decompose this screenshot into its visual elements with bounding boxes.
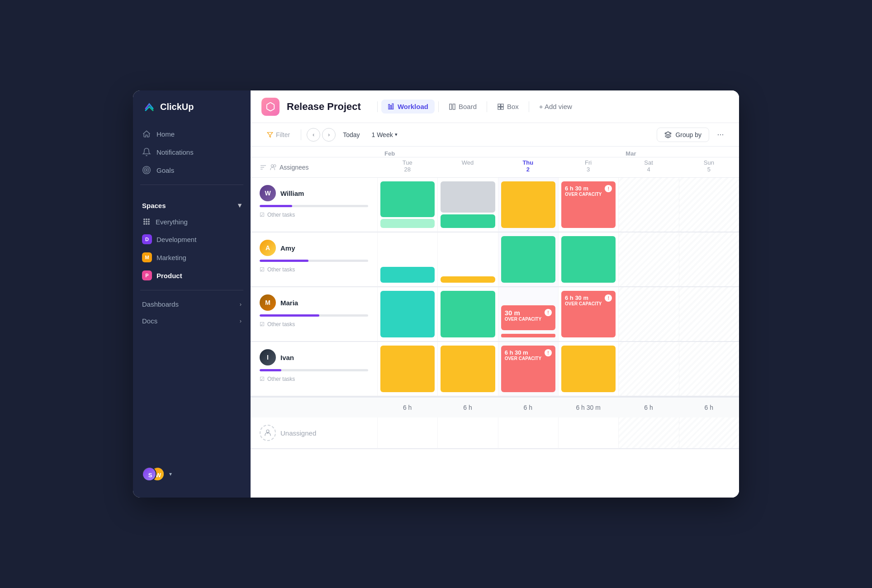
today-button[interactable]: Today [337, 128, 365, 141]
maria-other-tasks[interactable]: ☑ Other tasks [260, 321, 368, 334]
sidebar-item-marketing[interactable]: M Marketing [137, 248, 247, 266]
next-button[interactable]: › [322, 128, 336, 142]
assignees-month-cell [251, 147, 377, 157]
ivan-task-fri[interactable] [561, 346, 616, 392]
footer-cell-4: 6 h 30 m [558, 397, 618, 417]
maria-cell-tue [377, 287, 437, 341]
sidebar-nav: Home Notifications Goals [133, 125, 251, 179]
sidebar-item-everything[interactable]: Everything [137, 213, 247, 230]
warning-icon-maria: ! [545, 309, 552, 316]
month-cell-feb: Feb [377, 147, 437, 157]
tab-divider-3 [487, 101, 487, 112]
maria-task-thu[interactable]: 30 m OVER CAPACITY ! [501, 305, 555, 330]
day-cell-wed: Wed [437, 157, 498, 177]
bell-icon [142, 147, 151, 156]
unassigned-cell-tue [377, 417, 437, 449]
tab-box[interactable]: Box [491, 100, 525, 114]
svg-point-9 [143, 223, 145, 225]
user-avatars[interactable]: S W [142, 467, 166, 481]
svg-point-6 [143, 221, 145, 223]
prev-button[interactable]: ‹ [307, 128, 320, 142]
maria-task-wed[interactable] [441, 291, 495, 337]
william-task-wed-1[interactable] [441, 181, 495, 213]
sidebar-item-notifications[interactable]: Notifications [137, 143, 247, 161]
ivan-task-thu[interactable]: 6 h 30 m OVER CAPACITY ! [501, 346, 555, 392]
sidebar-item-development[interactable]: D Development [137, 230, 247, 248]
william-task-fri[interactable]: 6 h 30 m OVER CAPACITY ! [561, 181, 616, 228]
target-icon [142, 166, 151, 175]
unassigned-cell-thu [498, 417, 558, 449]
sidebar-item-goals[interactable]: Goals [137, 161, 247, 179]
svg-point-0 [143, 166, 151, 174]
main-header: Release Project Workload Board [251, 90, 739, 123]
amy-task-thu[interactable] [501, 236, 555, 283]
william-task-tue-1[interactable] [380, 181, 435, 217]
chevron-down-icon: ▾ [395, 132, 398, 138]
tab-divider-2 [438, 101, 439, 112]
maria-task-fri[interactable]: 6 h 30 m OVER CAPACITY ! [561, 291, 616, 337]
more-options-button[interactable]: ··· [713, 127, 728, 142]
svg-rect-14 [392, 104, 393, 109]
dashboards-chevron-icon: › [240, 301, 242, 308]
unassigned-cell-sat [618, 417, 678, 449]
month-cell-fri [558, 147, 618, 157]
logo-text: ClickUp [160, 102, 194, 112]
day-cell-fri: Fri 3 [558, 157, 618, 177]
ivan-cell-sun [679, 342, 739, 396]
sidebar-item-product[interactable]: P Product [137, 266, 247, 285]
development-badge: D [142, 234, 152, 244]
amy-other-tasks[interactable]: ☑ Other tasks [260, 266, 368, 279]
day-cell-sun: Sun 5 [679, 157, 739, 177]
maria-task-small-bar [501, 334, 555, 337]
william-task-wed-2[interactable] [441, 214, 495, 228]
ivan-task-wed[interactable] [441, 346, 495, 392]
amy-task-tue[interactable] [380, 267, 435, 283]
footer-cell-5: 6 h [618, 397, 678, 417]
maria-task-tue[interactable] [380, 291, 435, 337]
group-by-button[interactable]: Group by [657, 128, 709, 142]
sidebar-item-dashboards[interactable]: Dashboards › [137, 296, 247, 313]
maria-cell-wed [437, 287, 498, 341]
filter-button[interactable]: Filter [261, 128, 295, 141]
tab-board[interactable]: Board [442, 100, 483, 114]
william-task-tue-2[interactable] [380, 219, 435, 228]
amy-task-wed[interactable] [441, 276, 495, 283]
svg-rect-19 [498, 107, 500, 109]
amy-cell-wed [437, 232, 498, 287]
amy-cell-thu [498, 232, 558, 287]
ivan-task-tue[interactable] [380, 346, 435, 392]
sidebar-item-home[interactable]: Home [137, 125, 247, 143]
add-view-button[interactable]: + Add view [533, 100, 578, 114]
other-tasks-icon: ☑ [260, 321, 265, 327]
amy-capacity-bar [260, 260, 368, 262]
svg-rect-20 [501, 107, 503, 109]
svg-point-7 [146, 221, 147, 223]
logo[interactable]: ClickUp [133, 100, 251, 125]
ivan-cell-thu: 6 h 30 m OVER CAPACITY ! [498, 342, 558, 396]
assignees-group-icon [270, 164, 277, 171]
month-cell-sun [679, 147, 739, 157]
william-task-thu[interactable] [501, 181, 555, 228]
ivan-other-tasks[interactable]: ☑ Other tasks [260, 376, 368, 389]
grid-icon [142, 217, 151, 226]
workload-icon [388, 103, 395, 110]
amy-task-fri[interactable] [561, 236, 616, 283]
main-content: Release Project Workload Board [251, 90, 739, 498]
william-other-tasks[interactable]: ☑ Other tasks [260, 212, 368, 224]
unassigned-info: Unassigned [251, 417, 377, 449]
home-icon [142, 129, 151, 138]
sidebar-item-docs[interactable]: Docs › [137, 313, 247, 329]
svg-point-3 [143, 218, 145, 220]
tab-workload[interactable]: Workload [381, 100, 435, 114]
maria-capacity-bar [260, 314, 368, 317]
svg-point-11 [148, 223, 150, 225]
week-selector[interactable]: 1 Week ▾ [367, 128, 402, 141]
maria-cell-sat [618, 287, 678, 341]
workload-area[interactable]: Feb Mar Assignees [251, 147, 739, 498]
ivan-cell-sat [618, 342, 678, 396]
svg-point-5 [148, 218, 150, 220]
spaces-header[interactable]: Spaces ▾ [137, 198, 247, 213]
person-row-amy: A Amy ☑ Other tasks [251, 232, 739, 287]
docs-chevron-icon: › [240, 318, 242, 324]
sidebar: ClickUp Home Notifications [133, 90, 251, 498]
